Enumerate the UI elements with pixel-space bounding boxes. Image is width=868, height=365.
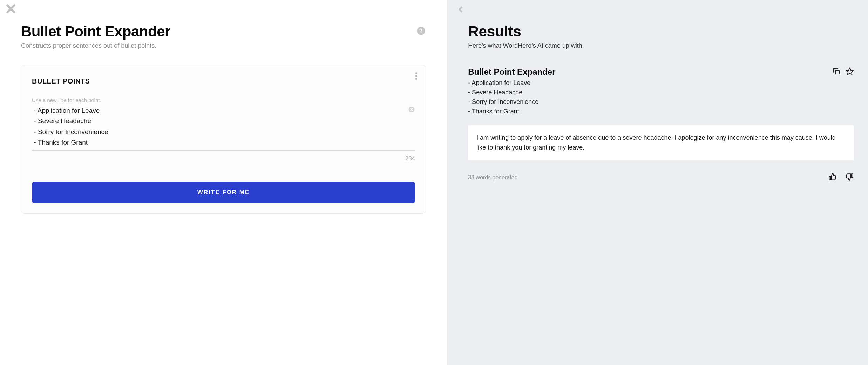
- clear-input-icon[interactable]: [408, 106, 415, 114]
- page-title: Bullet Point Expander: [21, 23, 170, 40]
- list-item: - Application for Leave: [468, 78, 854, 88]
- thumbs-up-icon[interactable]: [828, 172, 837, 183]
- close-icon[interactable]: [5, 3, 17, 16]
- thumbs-down-icon[interactable]: [845, 172, 854, 183]
- generated-count: 33 words generated: [468, 174, 517, 181]
- result-output: I am writing to apply for a leave of abs…: [468, 125, 854, 160]
- field-label: BULLET POINTS: [32, 77, 415, 85]
- page-subtitle: Constructs proper sentences out of bulle…: [21, 42, 170, 49]
- results-subtitle: Here's what WordHero's AI came up with.: [468, 42, 854, 49]
- field-hint: Use a new line for each point.: [32, 97, 415, 103]
- bullet-points-input[interactable]: [32, 105, 415, 151]
- svg-marker-3: [846, 68, 853, 75]
- help-icon[interactable]: [416, 26, 426, 37]
- char-counter: 234: [32, 155, 415, 162]
- back-icon[interactable]: [456, 5, 465, 15]
- svg-rect-2: [835, 70, 839, 74]
- kebab-menu-icon[interactable]: [413, 70, 419, 82]
- list-item: - Severe Headache: [468, 88, 854, 97]
- result-tool-name: Bullet Point Expander: [468, 67, 555, 77]
- write-for-me-button[interactable]: WRITE FOR ME: [32, 182, 415, 203]
- star-icon[interactable]: [846, 67, 854, 77]
- input-card: BULLET POINTS Use a new line for each po…: [21, 65, 426, 214]
- list-item: - Sorry for Inconvenience: [468, 97, 854, 107]
- copy-icon[interactable]: [832, 67, 841, 77]
- results-title: Results: [468, 23, 854, 40]
- result-input-echo: - Application for Leave - Severe Headach…: [468, 78, 854, 116]
- list-item: - Thanks for Grant: [468, 107, 854, 116]
